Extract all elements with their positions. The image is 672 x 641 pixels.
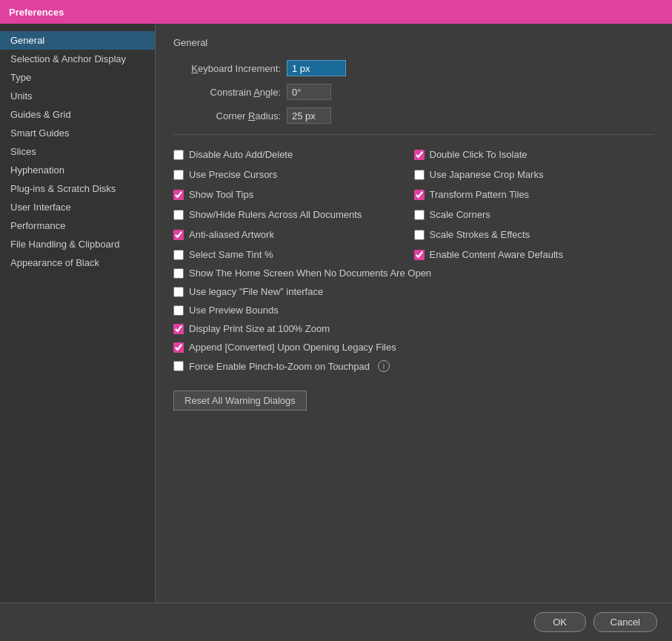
title-bar: Preferences <box>0 0 672 24</box>
checkbox-row-show-tool-tips: Show Tool Tips <box>173 185 414 204</box>
checkbox-show-home-screen[interactable] <box>173 268 184 279</box>
sidebar-item-general[interactable]: General <box>0 31 155 50</box>
checkbox-label-use-preview-bounds: Use Preview Bounds <box>189 305 279 316</box>
divider-1 <box>173 134 654 135</box>
sidebar-item-performance[interactable]: Performance <box>0 216 155 235</box>
dialog: GeneralSelection & Anchor DisplayTypeUni… <box>0 24 672 641</box>
sidebar-item-user-interface[interactable]: User Interface <box>0 198 155 216</box>
checkbox-row-transform-pattern-tiles: Transform Pattern Tiles <box>414 185 655 204</box>
cancel-button[interactable]: Cancel <box>593 612 657 632</box>
checkbox-append-converted[interactable] <box>173 342 184 353</box>
checkbox-scale-strokes-effects[interactable] <box>414 230 425 240</box>
checkbox-disable-auto-add-delete[interactable] <box>173 150 184 160</box>
checkbox-col-right: Double Click To IsolateUse Japanese Crop… <box>414 145 655 264</box>
checkbox-row-append-converted: Append [Converted] Upon Opening Legacy F… <box>173 338 654 356</box>
checkbox-label-append-converted: Append [Converted] Upon Opening Legacy F… <box>189 342 396 353</box>
checkbox-show-hide-rulers[interactable] <box>173 210 184 220</box>
checkbox-row-disable-auto-add-delete: Disable Auto Add/Delete <box>173 145 414 164</box>
checkbox-select-same-tint[interactable] <box>173 250 184 260</box>
constrain-angle-label: Constrain Angle: <box>173 87 281 98</box>
checkbox-double-click-isolate[interactable] <box>414 150 425 160</box>
checkbox-row-anti-aliased-artwork: Anti-aliased Artwork <box>173 225 414 244</box>
checkbox-row-enable-content-aware: Enable Content Aware Defaults <box>414 245 655 264</box>
checkbox-label-enable-content-aware: Enable Content Aware Defaults <box>430 249 563 260</box>
constrain-angle-input[interactable] <box>287 84 331 100</box>
sidebar-item-guides-grid[interactable]: Guides & Grid <box>0 105 155 124</box>
checkbox-label-force-pinch-zoom: Force Enable Pinch-to-Zoom on Touchpad <box>189 361 370 372</box>
checkbox-col-left: Disable Auto Add/DeleteUse Precise Curso… <box>173 145 414 264</box>
checkbox-label-scale-corners: Scale Corners <box>430 209 490 220</box>
sidebar-item-plugins-scratch[interactable]: Plug-ins & Scratch Disks <box>0 179 155 198</box>
checkbox-use-preview-bounds[interactable] <box>173 305 184 316</box>
sidebar-item-appearance-black[interactable]: Appearance of Black <box>0 253 155 272</box>
checkbox-label-use-precise-cursors: Use Precise Cursors <box>189 169 277 180</box>
checkbox-display-print-size[interactable] <box>173 324 184 334</box>
checkbox-section-two-col: Disable Auto Add/DeleteUse Precise Curso… <box>173 145 654 264</box>
checkbox-row-use-legacy-file-new: Use legacy "File New" interface <box>173 282 654 301</box>
checkbox-label-double-click-isolate: Double Click To Isolate <box>430 149 528 160</box>
sidebar: GeneralSelection & Anchor DisplayTypeUni… <box>0 24 156 602</box>
checkbox-scale-corners[interactable] <box>414 210 425 220</box>
checkbox-row-scale-strokes-effects: Scale Strokes & Effects <box>414 225 655 244</box>
keyboard-increment-row: Keyboard Increment: <box>173 60 654 76</box>
keyboard-increment-label: Keyboard Increment: <box>173 63 281 74</box>
checkbox-label-disable-auto-add-delete: Disable Auto Add/Delete <box>189 149 293 160</box>
sidebar-item-slices[interactable]: Slices <box>0 142 155 161</box>
checkbox-label-select-same-tint: Select Same Tint % <box>189 249 273 260</box>
sidebar-item-selection-anchor[interactable]: Selection & Anchor Display <box>0 50 155 68</box>
checkbox-label-transform-pattern-tiles: Transform Pattern Tiles <box>430 189 530 200</box>
checkbox-row-show-hide-rulers: Show/Hide Rulers Across All Documents <box>173 205 414 224</box>
sidebar-item-smart-guides[interactable]: Smart Guides <box>0 124 155 142</box>
checkbox-label-use-japanese-crop: Use Japanese Crop Marks <box>430 169 544 180</box>
checkbox-use-japanese-crop[interactable] <box>414 170 425 180</box>
corner-radius-label: Corner Radius: <box>173 110 281 122</box>
corner-radius-input[interactable] <box>287 107 331 124</box>
checkbox-row-select-same-tint: Select Same Tint % <box>173 245 414 264</box>
reset-button-container: Reset All Warning Dialogs <box>173 376 654 411</box>
checkbox-row-display-print-size: Display Print Size at 100% Zoom <box>173 319 654 338</box>
checkbox-row-double-click-isolate: Double Click To Isolate <box>414 145 655 164</box>
checkbox-label-scale-strokes-effects: Scale Strokes & Effects <box>430 229 530 240</box>
keyboard-increment-input[interactable] <box>287 60 346 76</box>
info-icon[interactable]: i <box>378 360 390 372</box>
dialog-body: GeneralSelection & Anchor DisplayTypeUni… <box>0 24 672 602</box>
checkbox-label-use-legacy-file-new: Use legacy "File New" interface <box>189 286 323 297</box>
dialog-footer: OK Cancel <box>0 602 672 641</box>
checkbox-label-anti-aliased-artwork: Anti-aliased Artwork <box>189 229 274 240</box>
checkbox-label-show-tool-tips: Show Tool Tips <box>189 189 253 200</box>
ok-button[interactable]: OK <box>534 612 586 632</box>
sidebar-item-units[interactable]: Units <box>0 87 155 105</box>
checkbox-use-precise-cursors[interactable] <box>173 170 184 180</box>
checkbox-row-use-preview-bounds: Use Preview Bounds <box>173 301 654 319</box>
content-title: General <box>173 37 654 48</box>
constrain-angle-row: Constrain Angle: <box>173 84 654 100</box>
sidebar-item-file-handling[interactable]: File Handling & Clipboard <box>0 235 155 253</box>
checkbox-force-pinch-zoom[interactable] <box>173 361 184 371</box>
content-area: General Keyboard Increment: Constrain An… <box>156 24 672 602</box>
reset-warning-dialogs-button[interactable]: Reset All Warning Dialogs <box>173 391 307 411</box>
checkbox-label-display-print-size: Display Print Size at 100% Zoom <box>189 323 330 334</box>
sidebar-item-type[interactable]: Type <box>0 68 155 87</box>
checkbox-section-full: Show The Home Screen When No Documents A… <box>173 264 654 376</box>
corner-radius-row: Corner Radius: <box>173 107 654 124</box>
checkbox-row-force-pinch-zoom: Force Enable Pinch-to-Zoom on Touchpadi <box>173 356 654 376</box>
checkbox-label-show-hide-rulers: Show/Hide Rulers Across All Documents <box>189 209 362 220</box>
checkbox-enable-content-aware[interactable] <box>414 250 425 260</box>
checkbox-label-show-home-screen: Show The Home Screen When No Documents A… <box>189 268 431 279</box>
checkbox-row-show-home-screen: Show The Home Screen When No Documents A… <box>173 264 654 282</box>
checkbox-row-scale-corners: Scale Corners <box>414 205 655 224</box>
checkbox-row-use-japanese-crop: Use Japanese Crop Marks <box>414 165 655 184</box>
checkbox-transform-pattern-tiles[interactable] <box>414 190 425 200</box>
checkbox-anti-aliased-artwork[interactable] <box>173 230 184 240</box>
checkbox-row-use-precise-cursors: Use Precise Cursors <box>173 165 414 184</box>
sidebar-item-hyphenation[interactable]: Hyphenation <box>0 161 155 179</box>
checkbox-show-tool-tips[interactable] <box>173 190 184 200</box>
title-bar-label: Preferences <box>9 7 64 18</box>
checkbox-use-legacy-file-new[interactable] <box>173 287 184 297</box>
